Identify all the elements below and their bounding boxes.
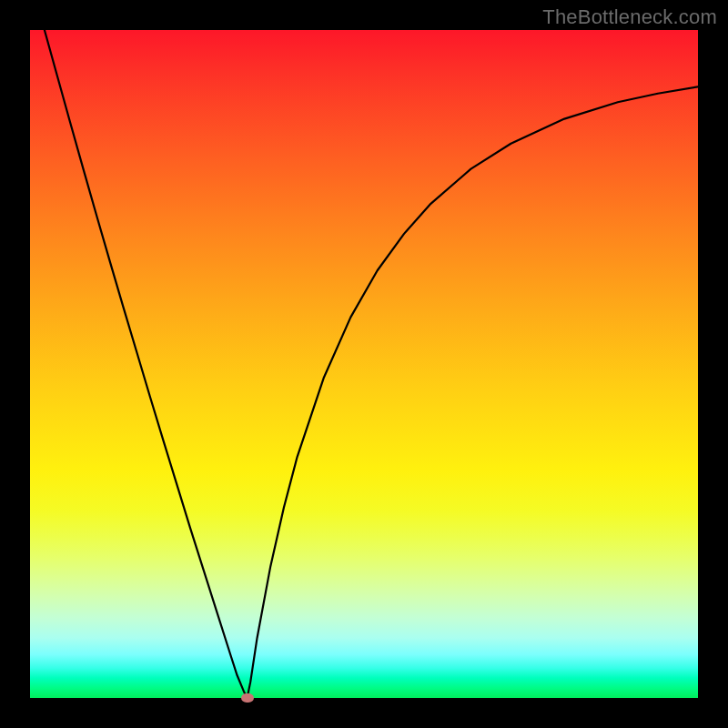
bottleneck-curve	[30, 30, 698, 698]
plot-area	[30, 30, 698, 698]
watermark-text: TheBottleneck.com	[542, 5, 717, 29]
chart-frame: TheBottleneck.com	[0, 0, 728, 728]
optimum-marker	[241, 693, 254, 703]
